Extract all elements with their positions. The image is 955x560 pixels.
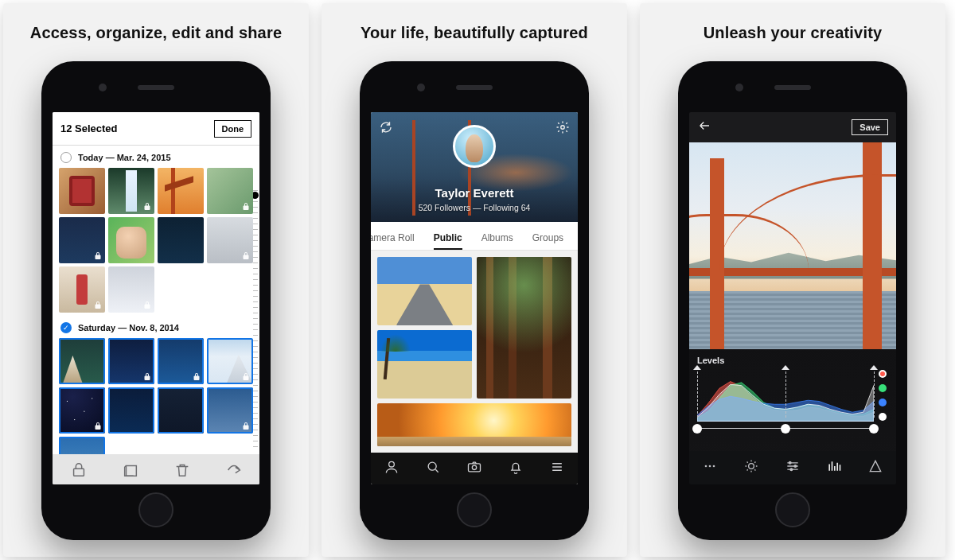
photo-thumb[interactable] bbox=[108, 387, 154, 434]
profile-icon[interactable] bbox=[384, 459, 400, 478]
avatar[interactable] bbox=[453, 125, 496, 168]
group-select-toggle[interactable]: ✓ bbox=[60, 322, 72, 333]
photo-thumb[interactable] bbox=[158, 387, 204, 434]
menu-icon[interactable] bbox=[549, 459, 565, 478]
levels-panel: Levels bbox=[689, 349, 896, 451]
tab-albums[interactable]: Albums bbox=[472, 232, 523, 250]
photo-thumb[interactable] bbox=[59, 266, 105, 313]
feed-photo[interactable] bbox=[477, 257, 571, 399]
photo-thumb[interactable] bbox=[108, 168, 154, 214]
lock-icon bbox=[241, 202, 251, 212]
edit-canvas[interactable] bbox=[689, 142, 896, 349]
profile-stats: 520 Followers — Following 64 bbox=[371, 203, 578, 212]
feed-photo[interactable] bbox=[377, 330, 472, 399]
notifications-icon[interactable] bbox=[508, 459, 524, 478]
levels-handle[interactable] bbox=[869, 424, 879, 434]
photo-thumb[interactable] bbox=[207, 168, 253, 214]
lock-icon bbox=[241, 422, 251, 431]
share-icon[interactable] bbox=[225, 461, 243, 479]
headline: Access, organize, edit and share bbox=[30, 24, 283, 42]
photo-thumb[interactable] bbox=[158, 338, 204, 384]
save-button[interactable]: Save bbox=[852, 119, 888, 135]
legend-red[interactable] bbox=[879, 370, 887, 378]
photo-thumb[interactable] bbox=[207, 338, 253, 384]
svg-point-10 bbox=[749, 464, 754, 469]
lock-icon bbox=[93, 251, 103, 261]
feed-photo[interactable] bbox=[377, 403, 571, 446]
svg-point-9 bbox=[713, 465, 715, 468]
lock-icon bbox=[142, 202, 152, 212]
trash-icon[interactable] bbox=[173, 461, 191, 479]
svg-point-3 bbox=[389, 461, 395, 467]
lock-icon bbox=[241, 372, 251, 382]
lock-icon bbox=[93, 301, 103, 310]
profile-hero: Taylor Everett 520 Followers — Following… bbox=[371, 112, 578, 222]
photo-thumb[interactable] bbox=[207, 387, 253, 434]
photo-thumb[interactable] bbox=[108, 338, 154, 384]
legend-blue[interactable] bbox=[879, 399, 887, 406]
tab-camera-roll[interactable]: Camera Roll bbox=[371, 232, 424, 250]
done-button[interactable]: Done bbox=[214, 120, 252, 138]
levels-handle[interactable] bbox=[692, 424, 702, 434]
photo-thumb[interactable] bbox=[108, 217, 154, 263]
levels-icon[interactable] bbox=[826, 458, 842, 477]
privacy-icon[interactable] bbox=[70, 461, 88, 479]
legend-green[interactable] bbox=[879, 384, 887, 392]
svg-point-13 bbox=[790, 469, 793, 471]
svg-point-8 bbox=[709, 465, 711, 468]
legend-luma[interactable] bbox=[879, 413, 887, 421]
sliders-icon[interactable] bbox=[785, 458, 801, 477]
photo-thumb[interactable] bbox=[59, 168, 105, 214]
photo-thumb[interactable] bbox=[59, 437, 105, 454]
lock-icon bbox=[241, 251, 251, 261]
bottom-nav bbox=[371, 453, 578, 484]
tab-public[interactable]: Public bbox=[424, 232, 472, 250]
headline: Unleash your creativity bbox=[704, 24, 883, 42]
lock-icon bbox=[192, 372, 201, 382]
camera-icon[interactable] bbox=[466, 459, 482, 478]
svg-point-6 bbox=[472, 465, 476, 469]
photo-thumb[interactable] bbox=[59, 387, 105, 434]
refresh-icon[interactable] bbox=[379, 120, 393, 138]
lock-icon bbox=[93, 422, 103, 431]
more-icon[interactable] bbox=[702, 458, 718, 477]
photo-thumb[interactable] bbox=[59, 217, 105, 263]
svg-point-11 bbox=[789, 462, 791, 465]
screen-profile: Taylor Everett 520 Followers — Following… bbox=[371, 112, 578, 484]
promo-panel-3: Unleash your creativity Save bbox=[640, 3, 945, 557]
levels-handle[interactable] bbox=[781, 424, 790, 434]
photo-thumb[interactable] bbox=[158, 217, 204, 263]
svg-point-12 bbox=[794, 465, 797, 468]
selection-toolbar bbox=[53, 454, 259, 484]
sharpen-icon[interactable] bbox=[867, 458, 883, 477]
photo-thumb[interactable] bbox=[59, 338, 105, 384]
levels-legend bbox=[879, 370, 887, 421]
svg-point-4 bbox=[428, 462, 436, 470]
edit-toolbar bbox=[689, 451, 896, 484]
feed-photo[interactable] bbox=[377, 257, 472, 325]
albums-icon[interactable] bbox=[122, 461, 139, 479]
screen-edit: Save Levels bbox=[689, 112, 896, 484]
promo-panel-1: Access, organize, edit and share 12 Sele… bbox=[3, 3, 309, 557]
home-button[interactable] bbox=[457, 492, 492, 527]
profile-name: Taylor Everett bbox=[371, 186, 578, 200]
tab-groups[interactable]: Groups bbox=[523, 232, 573, 250]
search-icon[interactable] bbox=[425, 459, 441, 478]
timeline-scrubber[interactable] bbox=[253, 190, 258, 448]
photo-grid bbox=[59, 168, 253, 313]
back-icon[interactable] bbox=[697, 119, 711, 136]
headline: Your life, beautifully captured bbox=[361, 24, 588, 42]
phone-frame: Save Levels bbox=[678, 61, 907, 540]
home-button[interactable] bbox=[138, 492, 173, 527]
lock-icon bbox=[142, 301, 152, 310]
screen-organize: 12 Selected Done Today — Mar. 24, 2015 bbox=[53, 112, 259, 484]
photo-thumb[interactable] bbox=[158, 168, 204, 214]
photo-thumb[interactable] bbox=[108, 266, 154, 313]
settings-icon[interactable] bbox=[555, 120, 570, 138]
group-select-toggle[interactable] bbox=[60, 152, 72, 163]
brightness-icon[interactable] bbox=[743, 458, 759, 477]
photo-thumb[interactable] bbox=[207, 217, 253, 263]
levels-histogram[interactable] bbox=[697, 368, 874, 429]
home-button[interactable] bbox=[775, 492, 810, 527]
svg-rect-0 bbox=[73, 469, 84, 476]
